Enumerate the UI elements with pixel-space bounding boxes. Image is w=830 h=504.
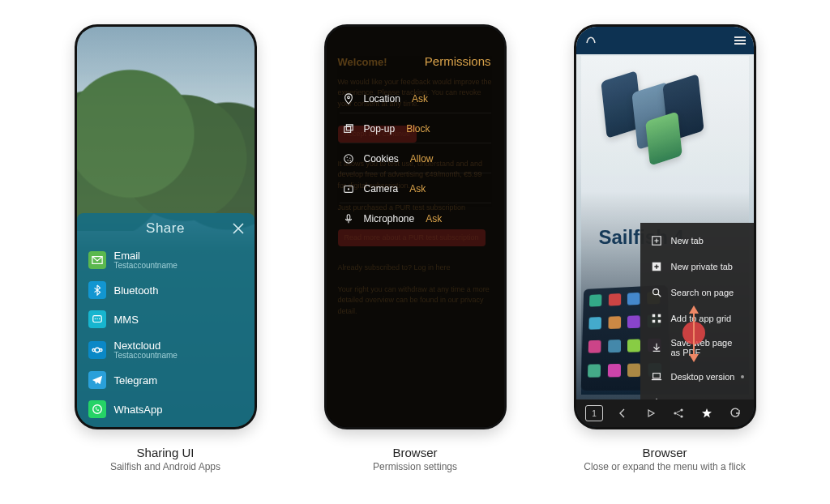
svg-rect-11	[346, 125, 353, 130]
search-icon	[650, 286, 663, 299]
caption-sub: Permission settings	[373, 461, 457, 472]
menu-item-label: Desktop version	[671, 372, 735, 382]
laptop-icon	[650, 370, 663, 383]
menu-item-new-tab[interactable]: New tab	[640, 228, 754, 254]
plus-box-icon	[650, 234, 663, 247]
perm-row-microphone[interactable]: MicrophoneAsk	[340, 205, 491, 233]
perm-value: Ask	[409, 183, 426, 194]
perm-label: Location	[364, 93, 400, 105]
share-item-label: Telegram	[114, 374, 157, 387]
svg-point-2	[94, 318, 95, 319]
share-item-label: WhatsApp	[114, 404, 163, 416]
tab-count-button[interactable]: 1	[581, 404, 608, 423]
share-item-label: Nextcloud	[114, 340, 178, 352]
perm-row-camera[interactable]: CameraAsk	[340, 175, 491, 203]
menu-item-add-to-app-grid[interactable]: Add to app grid	[640, 305, 754, 331]
svg-point-4	[98, 318, 99, 319]
svg-point-16	[347, 160, 348, 160]
mic-icon	[341, 211, 356, 226]
perm-value: Ask	[426, 213, 442, 224]
svg-point-7	[99, 348, 101, 351]
perm-row-location[interactable]: LocationAsk	[340, 85, 491, 113]
whatsapp-icon	[88, 400, 106, 418]
svg-point-17	[349, 160, 350, 160]
camera-icon	[341, 182, 356, 196]
caption-sub: Sailfish and Android Apps	[110, 461, 220, 472]
back-icon[interactable]	[609, 404, 635, 423]
svg-rect-24	[652, 314, 655, 318]
perm-value: Ask	[412, 93, 428, 105]
svg-point-6	[92, 348, 95, 351]
share-item-telegram[interactable]: Telegram	[77, 365, 255, 395]
grid-icon	[650, 312, 663, 325]
share-item-bluetooth[interactable]: Bluetooth	[77, 275, 255, 305]
email-icon	[88, 251, 106, 269]
svg-point-31	[681, 415, 683, 417]
svg-rect-28	[652, 374, 660, 378]
svg-rect-25	[657, 314, 661, 318]
perm-label: Cookies	[364, 153, 399, 164]
phone-sharing: Share EmailTestaccountnameBluetoothMMSNe…	[75, 24, 257, 429]
perm-label: Camera	[364, 183, 399, 194]
menu-item-label: New private tab	[671, 262, 733, 271]
svg-point-23	[652, 289, 658, 295]
wallpaper-forest	[77, 69, 255, 231]
share-item-mms[interactable]: MMS	[77, 305, 255, 334]
browser-menu: New tabNew private tabSearch on pageAdd …	[640, 223, 754, 401]
menu-item-label: Search on page	[671, 288, 734, 297]
svg-point-13	[344, 155, 353, 164]
nextcloud-icon	[88, 341, 106, 359]
perm-label: Microphone	[364, 213, 415, 224]
share-item-label: Email	[114, 250, 178, 262]
share-item-label: MMS	[114, 314, 139, 326]
caption-sub: Close or expand the menu with a flick	[584, 461, 745, 472]
menu-item-save-web-page-as-pdf[interactable]: Save web page as PDF	[640, 331, 754, 364]
share-item-sublabel: Testaccountname	[114, 261, 178, 270]
permissions-list: LocationAskPop-upBlockCookiesAllowCamera…	[340, 85, 491, 233]
menu-item-desktop-version[interactable]: Desktop version	[640, 364, 754, 390]
share-item-label: Bluetooth	[114, 284, 159, 297]
svg-rect-27	[657, 320, 661, 323]
hamburger-icon[interactable]	[734, 35, 746, 46]
svg-point-19	[347, 188, 349, 190]
perm-value: Block	[406, 123, 430, 135]
play-icon[interactable]	[637, 404, 664, 423]
svg-point-8	[92, 405, 101, 414]
plus-box-filled-icon	[650, 260, 663, 273]
perm-row-cookies[interactable]: CookiesAllow	[340, 145, 491, 173]
reload-icon[interactable]	[722, 404, 749, 423]
caption-title: Browser	[584, 446, 745, 459]
svg-point-30	[674, 412, 677, 414]
browser-toolbar: 1	[576, 399, 754, 427]
perm-value: Allow	[410, 153, 434, 164]
menu-item-search-on-page[interactable]: Search on page	[640, 280, 754, 305]
bluetooth-icon	[88, 281, 106, 299]
mms-icon	[88, 310, 106, 328]
share-item-whatsapp[interactable]: WhatsApp	[77, 395, 255, 424]
menu-item-new-private-tab[interactable]: New private tab	[640, 254, 754, 280]
browser-topbar	[576, 27, 754, 54]
popup-icon	[341, 122, 356, 136]
menu-item-label: Add to app grid	[671, 314, 732, 323]
svg-point-29	[681, 408, 683, 411]
share-panel: Share EmailTestaccountnameBluetoothMMSNe…	[77, 213, 255, 427]
share-title: Share	[77, 220, 255, 237]
perm-row-pop-up[interactable]: Pop-upBlock	[340, 115, 491, 143]
caption-title: Sharing UI	[110, 446, 220, 459]
phone-browser: Sailfish 4 New tabNew private tabSearch …	[574, 24, 756, 429]
share-icon[interactable]	[665, 404, 692, 423]
share-item-nextcloud[interactable]: NextcloudTestaccountname	[77, 334, 255, 365]
menu-item-label: Save web page as PDF	[671, 338, 744, 357]
logo-icon	[584, 32, 597, 49]
share-item-email[interactable]: EmailTestaccountname	[77, 244, 255, 275]
svg-rect-10	[344, 126, 350, 132]
download-icon	[650, 341, 663, 354]
star-icon[interactable]	[694, 404, 721, 423]
svg-point-3	[96, 318, 97, 319]
phone-permissions: Welcome! We would like your feedback wou…	[324, 24, 507, 429]
svg-point-14	[346, 157, 347, 158]
location-icon	[341, 92, 356, 106]
menu-item-label: New tab	[671, 236, 704, 246]
close-icon[interactable]	[232, 222, 245, 235]
share-header: Share	[77, 213, 255, 244]
